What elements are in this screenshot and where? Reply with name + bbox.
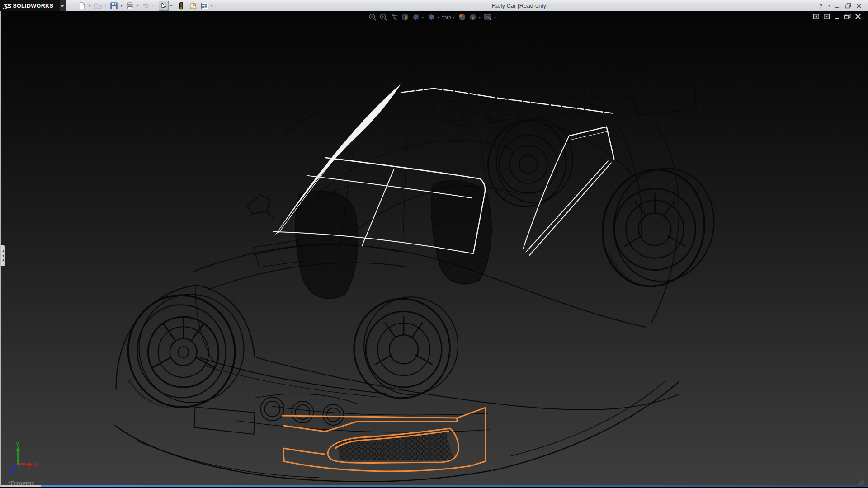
minimize-icon [835,3,840,9]
wheel-rear-left [481,113,580,213]
restore-icon [845,3,851,9]
window-title: Rally Car [Read-only] [492,0,548,11]
undo-button[interactable] [141,1,151,11]
triad-z-label: Z [9,470,13,477]
options-dropdown[interactable]: ▼ [209,1,214,11]
rally-car-wireframe-model[interactable]: Y X Z [1,11,868,486]
menu-flyout-arrow[interactable]: ▶ [60,0,66,11]
open-button[interactable] [93,1,103,11]
graphics-viewport[interactable]: ▼ ▼ ▼ ▼ ▼ [0,11,868,487]
minimize-button[interactable] [832,1,843,11]
intake-mesh [336,432,453,460]
open-folder-icon [94,2,102,9]
brand-text: SOLIDWORKS [13,3,53,9]
save-dropdown[interactable]: ▼ [119,1,124,11]
options-checklist-icon [201,2,208,9]
file-properties-icon [189,2,198,9]
undo-dropdown[interactable]: ▼ [151,1,156,11]
titlebar: ƷS SOLIDWORKS ▶ ▼ ▼ ▼ [0,0,868,11]
help-button[interactable]: ? [816,1,826,11]
main-toolbar: ▼ ▼ ▼ ▼ ▼ [77,0,215,11]
window-bottom-border [1,485,868,487]
select-tool-button[interactable] [159,1,169,11]
print-dropdown[interactable]: ▼ [135,1,140,11]
select-cursor-icon [160,2,167,9]
wheel-front-left [121,287,251,414]
save-icon [110,2,118,9]
seat-shapes [296,180,491,298]
triad-y-label: Y [16,441,19,447]
options-button[interactable] [199,1,209,11]
close-icon [856,3,862,9]
xpress-products-button[interactable] [176,1,186,11]
save-button[interactable] [109,1,119,11]
restore-button[interactable] [843,1,854,11]
new-document-icon [79,2,86,9]
solidworks-logo: ƷS SOLIDWORKS [0,0,60,11]
close-button[interactable] [854,1,864,11]
select-dropdown[interactable]: ▼ [169,1,174,11]
file-properties-button[interactable] [189,1,198,11]
traffic-light-icon [179,2,184,10]
help-dropdown[interactable]: ▼ [826,4,832,7]
brand-glyph: ƷS [3,2,11,9]
undo-icon [142,2,150,9]
titlebar-system-buttons: ? ▼ [816,0,864,11]
open-dropdown[interactable]: ▼ [103,1,108,11]
orientation-triad: Y X Z [9,441,38,477]
new-dropdown[interactable]: ▼ [87,1,92,11]
wheel-rear-right [592,159,724,296]
new-document-button[interactable] [77,1,87,11]
print-button[interactable] [125,1,135,11]
print-icon [126,2,134,9]
wheel-front-right [349,292,462,403]
sketch-crosshair-cursor [473,438,479,444]
resize-grip[interactable] [858,479,864,485]
triad-x-label: X [34,462,38,468]
